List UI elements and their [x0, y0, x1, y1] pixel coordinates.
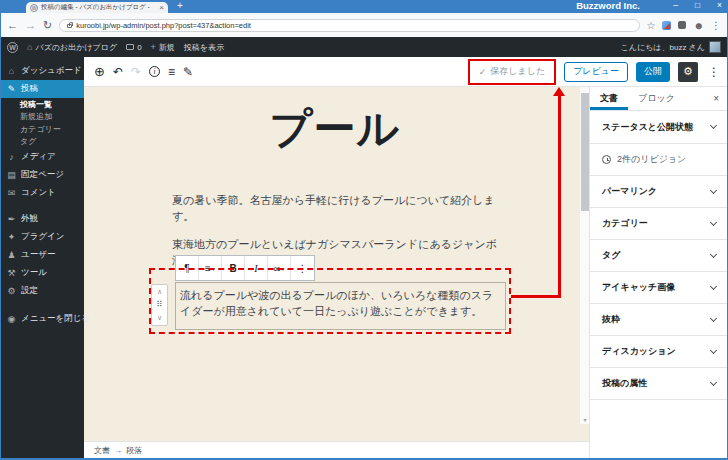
browser-tab[interactable]: W 投稿の編集 - バズのお出かけブログ - × — [26, 2, 168, 13]
scrollbar-thumb[interactable] — [581, 93, 589, 211]
sidebar-item-appearance[interactable]: ✒ 外観 — [0, 210, 84, 228]
home-icon: ⌂ — [27, 42, 32, 52]
breadcrumb-document[interactable]: 文書 — [94, 445, 110, 456]
pages-icon: ▤ — [7, 170, 16, 180]
sidebar-item-settings[interactable]: ⚙ 設定 — [0, 282, 84, 300]
settings-icon: ⚙ — [7, 286, 16, 296]
breadcrumb-paragraph[interactable]: 段落 — [126, 445, 142, 456]
editor-header: ⊕ ↶ ↷ i ≡ ✎ ✓ 保存しました プレビュー 公開 ⚙ ⋮ — [84, 57, 728, 87]
submenu-add-new[interactable]: 新規追加 — [0, 111, 84, 124]
wp-admin-bar: W ⌂ バズのお出かけブログ 0 + 新規 投稿を表示 こんにちは、buzz さ… — [0, 37, 728, 57]
sidebar-item-pages[interactable]: ▤ 固定ページ — [0, 166, 84, 184]
capture-extension-icon[interactable] — [662, 21, 671, 30]
panel-revisions[interactable]: 2件のリビジョン — [590, 144, 728, 176]
url-text: kuroobi.jp/wp-admin/post.php?post=437&ac… — [76, 21, 251, 30]
edit-mode-icon[interactable]: ✎ — [183, 65, 193, 79]
plugins-icon: ✦ — [7, 232, 16, 242]
submenu-categories[interactable]: カテゴリー — [0, 123, 84, 136]
sidebar-item-dashboard[interactable]: ⌂ ダッシュボード — [0, 62, 84, 80]
paragraph-block-1[interactable]: 夏の暑い季節。名古屋から手軽に行けるプールについて紹介します。 — [172, 193, 498, 224]
chevron-down-icon — [710, 122, 717, 129]
collapse-icon: ◉ — [7, 314, 16, 324]
add-block-icon[interactable]: ⊕ — [94, 64, 105, 79]
caret-down-icon: ▾ — [212, 265, 215, 272]
gear-icon: ⚙ — [683, 65, 693, 78]
move-down-icon[interactable]: ∨ — [152, 312, 167, 325]
extension-icon[interactable] — [678, 21, 686, 29]
chevron-down-icon — [710, 250, 717, 257]
wordpress-logo-icon[interactable]: W — [7, 42, 18, 53]
reload-icon[interactable]: ↻ — [43, 19, 52, 32]
bold-button[interactable]: B — [222, 256, 245, 280]
tab-block[interactable]: ブロック — [628, 87, 685, 110]
settings-gear-button[interactable]: ⚙ — [678, 62, 698, 82]
paragraph-type-icon[interactable]: ¶ — [176, 256, 199, 280]
redo-icon[interactable]: ↷ — [131, 65, 141, 79]
collapse-menu-button[interactable]: ◉ メニューを閉じる — [0, 310, 84, 328]
editor-canvas[interactable]: プール 夏の暑い季節。名古屋から手軽に行けるプールについて紹介します。 東海地方… — [84, 87, 589, 441]
publish-button[interactable]: 公開 — [636, 62, 670, 82]
view-post-label: 投稿を表示 — [184, 42, 224, 53]
submenu-tags[interactable]: タグ — [0, 136, 84, 149]
titlebar: W 投稿の編集 - バズのお出かけブログ - × + Buzzword Inc.… — [0, 0, 728, 13]
caret-down-icon: ▾ — [282, 265, 285, 272]
saved-notice-annotation: ✓ 保存しました — [468, 59, 556, 85]
chevron-down-icon — [710, 314, 717, 321]
selected-paragraph-block[interactable]: 流れるプールや波の出るプールのほか、いろいろな種類のスライダーが用意されていて一… — [175, 282, 506, 330]
address-bar[interactable]: kuroobi.jp/wp-admin/post.php?post=437&ac… — [59, 19, 639, 32]
sidebar-item-tools[interactable]: ⚒ ツール — [0, 264, 84, 282]
move-up-icon[interactable]: ∧ — [152, 285, 167, 298]
preview-button[interactable]: プレビュー — [564, 62, 628, 82]
greeting-text[interactable]: こんにちは、buzz さん — [621, 42, 705, 53]
panel-tags[interactable]: タグ — [590, 240, 728, 272]
minimize-button[interactable]: – — [673, 0, 678, 10]
new-tab-button[interactable]: + — [177, 0, 183, 11]
browser-menu-icon[interactable]: ⋮ — [711, 20, 721, 31]
admin-bar-new[interactable]: + 新規 — [151, 42, 175, 53]
sidebar-item-posts[interactable]: ✎ 投稿 — [0, 80, 84, 98]
post-title[interactable]: プール — [172, 101, 498, 157]
more-options-icon[interactable]: ⋮ — [706, 65, 722, 79]
sidebar-item-comments[interactable]: ✉ コメント — [0, 184, 84, 202]
admin-bar-site-link[interactable]: ⌂ バズのお出かけブログ — [27, 42, 117, 53]
align-icon[interactable]: ≡ ▾ — [199, 256, 222, 280]
canvas-scrollbar[interactable]: ▾ — [579, 87, 589, 424]
sidebar-tabs: 文書 ブロック × — [590, 87, 728, 111]
bookmark-star-icon[interactable]: ☆ — [647, 20, 656, 31]
tab-close-icon[interactable]: × — [159, 4, 164, 12]
submenu-all-posts[interactable]: 投稿一覧 — [0, 98, 84, 111]
panel-discussion[interactable]: ディスカッション — [590, 336, 728, 368]
sidebar-item-plugins[interactable]: ✦ プラグイン — [0, 228, 84, 246]
profile-icon[interactable]: ☻ — [693, 20, 704, 31]
padlock-icon — [67, 24, 72, 28]
maximize-button[interactable]: □ — [695, 0, 700, 10]
drag-handle-icon[interactable]: ⠿ — [152, 298, 167, 311]
sidebar-item-users[interactable]: ♟ ユーザー — [0, 246, 84, 264]
italic-button[interactable]: I — [245, 256, 268, 280]
panel-status-visibility[interactable]: ステータスと公開状態 — [590, 111, 728, 144]
view-post-link[interactable]: 投稿を表示 — [184, 42, 224, 53]
forward-icon[interactable]: → — [25, 19, 36, 31]
tab-document[interactable]: 文書 — [590, 87, 628, 110]
block-more-icon[interactable]: ⋮ — [291, 256, 314, 280]
close-button[interactable]: × — [717, 0, 722, 10]
info-icon[interactable]: i — [149, 66, 160, 77]
link-button[interactable]: ∞ ▾ — [268, 256, 291, 280]
scrollbar-down-icon[interactable]: ▾ — [580, 416, 589, 423]
sidebar-item-media[interactable]: ♪ メディア — [0, 148, 84, 166]
admin-bar-comments[interactable]: 0 — [126, 43, 141, 52]
list-view-icon[interactable]: ≡ — [168, 65, 175, 79]
panel-post-attributes[interactable]: 投稿の属性 — [590, 368, 728, 400]
sidebar-close-icon[interactable]: × — [704, 87, 728, 110]
chevron-down-icon — [710, 346, 717, 353]
back-icon[interactable]: ← — [7, 19, 18, 31]
panel-categories[interactable]: カテゴリー — [590, 208, 728, 240]
media-icon: ♪ — [7, 152, 16, 162]
pin-icon: ✎ — [7, 84, 16, 94]
check-icon: ✓ — [479, 67, 487, 77]
panel-featured-image[interactable]: アイキャッチ画像 — [590, 272, 728, 304]
panel-excerpt[interactable]: 抜粋 — [590, 304, 728, 336]
undo-icon[interactable]: ↶ — [113, 65, 123, 79]
panel-permalink[interactable]: パーマリンク — [590, 176, 728, 208]
wordpress-favicon-icon: W — [30, 4, 38, 12]
